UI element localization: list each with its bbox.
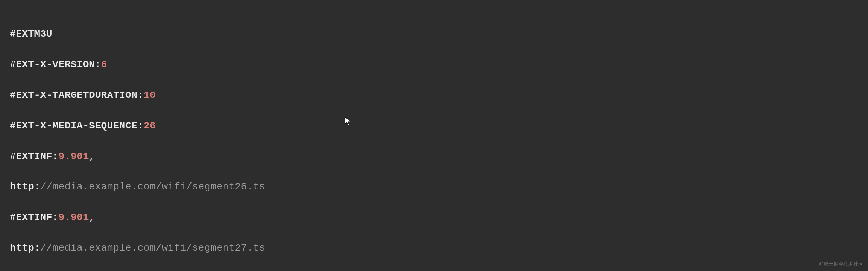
value-duration: 9.901 xyxy=(58,212,89,223)
code-line: #EXT-X-TARGETDURATION:10 xyxy=(10,88,858,103)
m3u8-code-block: #EXTM3U #EXT-X-VERSION:6 #EXT-X-TARGETDU… xyxy=(10,11,858,271)
code-line: #EXT-X-VERSION:6 xyxy=(10,57,858,72)
value-duration: 9.901 xyxy=(58,151,89,162)
comma: , xyxy=(89,151,95,162)
tag-media-sequence: #EXT-X-MEDIA-SEQUENCE: xyxy=(10,120,144,131)
tag-version: #EXT-X-VERSION: xyxy=(10,59,101,70)
value-targetduration: 10 xyxy=(144,90,156,101)
watermark-text: @稀土掘金技术社区 xyxy=(819,260,863,268)
code-line: #EXT-X-MEDIA-SEQUENCE:26 xyxy=(10,118,858,133)
url-scheme: http: xyxy=(10,242,40,253)
comma: , xyxy=(89,212,95,223)
code-line: #EXTINF:9.901, xyxy=(10,149,858,164)
code-line: http://media.example.com/wifi/segment26.… xyxy=(10,179,858,194)
value-version: 6 xyxy=(101,59,107,70)
value-media-sequence: 26 xyxy=(144,120,156,131)
tag-extm3u: #EXTM3U xyxy=(10,29,52,39)
url-path: //media.example.com/wifi/segment26.ts xyxy=(40,181,265,192)
code-line: http://media.example.com/wifi/segment27.… xyxy=(10,240,858,256)
url-scheme: http: xyxy=(10,181,40,192)
code-line: #EXTM3U xyxy=(10,26,858,42)
tag-extinf: #EXTINF: xyxy=(10,212,58,223)
url-path: //media.example.com/wifi/segment27.ts xyxy=(40,242,265,253)
code-line: #EXTINF:9.901, xyxy=(10,210,858,225)
tag-targetduration: #EXT-X-TARGETDURATION: xyxy=(10,90,144,101)
tag-extinf: #EXTINF: xyxy=(10,151,58,162)
